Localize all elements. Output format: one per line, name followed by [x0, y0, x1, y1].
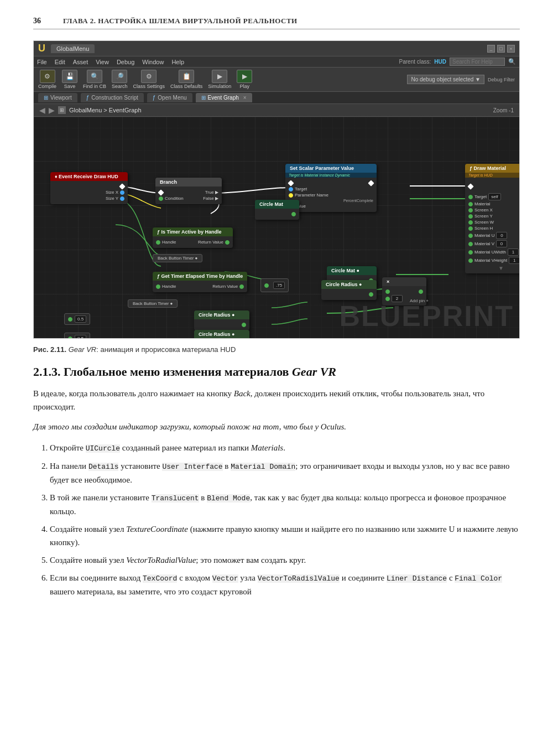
- matv-val: 0: [496, 240, 507, 247]
- is-timer-node[interactable]: ƒ Is Timer Active by Handle Handle Retur…: [153, 227, 233, 248]
- val-05-upper[interactable]: 0.5: [64, 313, 90, 325]
- parent-class-label: Parent class:: [399, 59, 431, 65]
- self-val: self: [488, 193, 500, 200]
- tab-viewport[interactable]: ⊞ Viewport: [38, 93, 77, 102]
- branch-exec-in: [158, 189, 164, 195]
- matu-val: 0: [496, 232, 507, 239]
- save-label: Save: [64, 84, 76, 89]
- save-button[interactable]: 💾 Save: [62, 70, 77, 89]
- cru-out: [369, 292, 373, 297]
- class-settings-button[interactable]: ⚙ Class Settings: [133, 70, 165, 89]
- close-tab-icon[interactable]: ×: [243, 95, 247, 101]
- mult-a: [385, 289, 390, 294]
- ss-exec-out: [368, 180, 374, 186]
- parent-class-value: HUD: [434, 59, 446, 65]
- simulation-label: Simulation: [208, 84, 231, 89]
- search-icon: 🔍: [508, 58, 516, 65]
- menu-view[interactable]: View: [96, 59, 109, 65]
- cr-lower-header: Circle Radius ●: [194, 310, 249, 319]
- mult-val: 2: [392, 295, 403, 302]
- circlemat-mid-header: Circle Mat ●: [327, 266, 377, 275]
- menu-bar: File Edit Asset View Debug Window Help P…: [34, 56, 519, 68]
- dm-screenx: [468, 208, 473, 213]
- branch-node[interactable]: Branch True ▶: [155, 178, 222, 204]
- event-receive-node[interactable]: ♦ Event Receive Draw HUD Size X: [50, 172, 128, 204]
- dm-matuw: [468, 250, 473, 255]
- defaults-icon: 📋: [179, 70, 194, 83]
- minimize-button[interactable]: _: [487, 45, 495, 53]
- eventgraph-label: Event Graph: [208, 95, 239, 101]
- list-item-4: Создайте новый узел TextureCoordinate (н…: [50, 522, 520, 549]
- dm-screenh: [468, 226, 473, 231]
- ue-logo: U: [38, 43, 45, 54]
- find-in-cb-button[interactable]: 🔍 Find in CB: [83, 70, 106, 89]
- val-05-lower[interactable]: 0.5: [64, 333, 90, 338]
- mult-out: [419, 289, 423, 294]
- close-button[interactable]: ×: [507, 45, 515, 53]
- get-timer-node[interactable]: ƒ Get Timer Elapsed Time by Handle Handl…: [153, 272, 247, 292]
- circlemat-upper-header: Circle Mat: [255, 200, 299, 209]
- section-number: 2.1.3. Глобальное меню изменения материа…: [33, 365, 292, 379]
- debug-dropdown[interactable]: No debug object selected ▼: [407, 75, 484, 84]
- dm-matv: [468, 242, 473, 246]
- breadcrumb-bar: ◀ ▶ ⊞ GlobalMenu > EventGraph Zoom -1: [34, 104, 519, 117]
- menu-asset[interactable]: Asset: [73, 59, 88, 65]
- search-for-help-input[interactable]: [450, 58, 505, 66]
- compile-label: Compile: [38, 84, 56, 89]
- menu-file[interactable]: File: [37, 59, 47, 65]
- simulation-icon: ▶: [212, 70, 227, 83]
- compile-button[interactable]: ⚙ Compile: [38, 70, 56, 89]
- body-paragraph-1: В идеале, когда пользователь долго нажим…: [33, 387, 520, 413]
- search-icon: 🔎: [112, 70, 127, 83]
- menu-window[interactable]: Window: [142, 59, 164, 65]
- debug-area: No debug object selected ▼ Debug Filter: [407, 75, 515, 84]
- play-button[interactable]: ▶ Play: [237, 70, 252, 89]
- figure-screenshot: U GlobalMenu _ □ × File Edit Asset View …: [33, 40, 520, 339]
- openmenu-label: Open Menu: [158, 95, 186, 101]
- body-paragraph-italic: Для этого мы создадим индикатор загрузки…: [33, 420, 520, 433]
- is-timer-header: ƒ Is Timer Active by Handle: [153, 227, 233, 236]
- numbered-list: Откройте UIСurcle созданный ранее матери…: [50, 441, 520, 598]
- compile-icon: ⚙: [40, 70, 55, 83]
- maximize-button[interactable]: □: [497, 45, 505, 53]
- circle-radius-bottom-node[interactable]: Circle Radius ●: [194, 330, 249, 338]
- menu-debug[interactable]: Debug: [117, 59, 134, 65]
- menu-help[interactable]: Help: [171, 59, 184, 65]
- target-pin: [289, 187, 293, 191]
- tab-construction[interactable]: ƒ Construction Script: [81, 93, 144, 102]
- search-label: Search: [112, 84, 128, 89]
- event-receive-body: Size X Size Y: [50, 181, 128, 204]
- back-nav[interactable]: ◀: [39, 106, 45, 115]
- class-defaults-button[interactable]: 📋 Class Defaults: [170, 70, 202, 89]
- tab-openmenu[interactable]: ƒ Open Menu: [147, 93, 192, 102]
- forward-nav[interactable]: ▶: [49, 106, 55, 115]
- search-button[interactable]: 🔎 Search: [112, 70, 128, 89]
- menu-edit[interactable]: Edit: [55, 59, 65, 65]
- construction-label: Construction Script: [91, 95, 138, 101]
- graph-area[interactable]: ♦ Event Receive Draw HUD Size X: [34, 117, 519, 338]
- simulation-button[interactable]: ▶ Simulation: [208, 70, 231, 89]
- dm-target: [468, 195, 473, 199]
- list-item-2: На панели Details установите User Interf…: [50, 459, 520, 486]
- draw-material-body: Target self Material: [465, 178, 519, 273]
- circle-radius-lower-node[interactable]: Circle Radius ●: [194, 310, 249, 330]
- cr-lower-body: [194, 319, 249, 330]
- gtr-return: [239, 284, 244, 289]
- tab-eventgraph[interactable]: ⊞ Event Graph ×: [196, 93, 252, 102]
- crl-out: [242, 323, 246, 327]
- val-075-node[interactable]: .75: [260, 278, 289, 292]
- mult-b: [385, 297, 390, 301]
- cr-upper-header: Circle Radius ●: [321, 280, 377, 289]
- v05l-out: [68, 336, 72, 339]
- cr-upper-body: [321, 289, 377, 300]
- eventgraph-icon: ⊞: [201, 95, 206, 101]
- find-label: Find in CB: [83, 84, 106, 89]
- circlemat-upper-node[interactable]: Circle Mat: [255, 200, 299, 220]
- itr-handle: [156, 240, 160, 245]
- draw-material-node[interactable]: ƒ Draw Material Target is HUD: [465, 164, 519, 273]
- chapter-title: ГЛАВА 2. НАСТРОЙКА ШЛЕМА ВИРТУАЛЬНОЙ РЕА…: [63, 17, 298, 25]
- viewport-label: Viewport: [50, 95, 72, 101]
- circle-radius-upper-node[interactable]: Circle Radius ●: [321, 280, 377, 300]
- sizex-label: Size X: [106, 190, 118, 195]
- back-button-timer-lower: Back Button Timer ●: [128, 299, 178, 308]
